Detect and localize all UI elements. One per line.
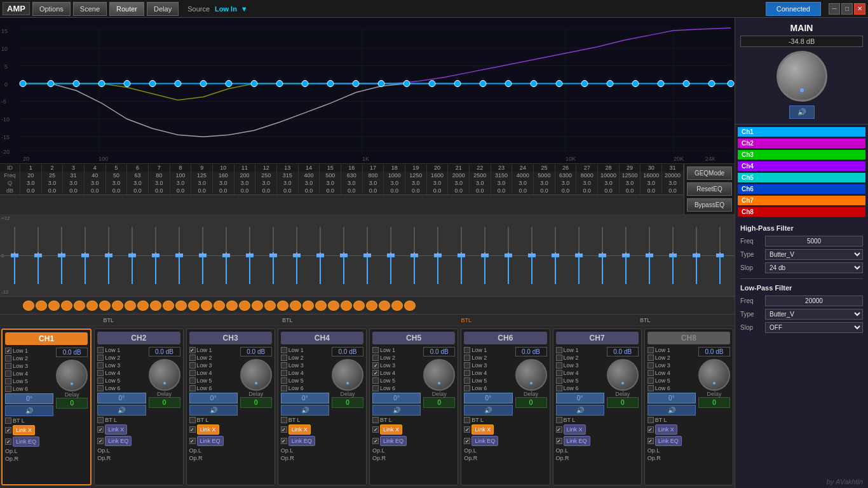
ch-ch6-check-1[interactable] (464, 347, 470, 353)
ch-ch8-check-5[interactable] (648, 377, 654, 384)
ch-ch1-linkx-check[interactable]: ✓ (5, 427, 11, 433)
ch-ch7-btl-check[interactable] (556, 417, 562, 423)
ch-ch2-check-3[interactable] (97, 362, 104, 369)
hpf-slop-select[interactable]: 24 db (765, 262, 863, 273)
ch-ch8-linkeq-btn[interactable]: Link EQ (655, 436, 682, 446)
connected-button[interactable]: Connected (766, 2, 821, 16)
ch-ch4-btl-check[interactable] (281, 417, 287, 423)
router-button[interactable]: Router (109, 2, 144, 16)
slider-thumb-4[interactable] (81, 254, 89, 257)
source-dropdown-icon[interactable]: ▼ (241, 5, 248, 13)
lpf-slop-select[interactable]: OFF (765, 322, 863, 333)
ch-ch1-linkeq-check[interactable]: ✓ (5, 438, 11, 445)
ch-ch8-check-1[interactable] (648, 347, 654, 353)
work-dot-7[interactable] (99, 301, 111, 311)
work-dot-31[interactable] (404, 301, 416, 311)
ch-ch1-btl-check[interactable] (5, 417, 11, 424)
ch-ch4-check-3[interactable] (281, 362, 287, 369)
ch-ch4-linkeq-btn[interactable]: Link EQ (288, 436, 315, 446)
work-dot-19[interactable] (252, 301, 263, 311)
ch-header-ch3[interactable]: CH3 (189, 332, 272, 344)
slider-thumb-27[interactable] (622, 254, 630, 257)
reseteq-button[interactable]: ResetEQ (687, 182, 732, 196)
ch-ch8-check-3[interactable] (648, 362, 654, 369)
ch-ch6-check-3[interactable] (464, 362, 470, 369)
ch-ch6-linkx-check[interactable]: ✓ (464, 426, 470, 433)
main-knob[interactable] (776, 51, 827, 102)
ch-ch5-knob[interactable] (423, 359, 455, 391)
ch-ch7-check-3[interactable] (556, 362, 562, 369)
ch-ch3-check-2[interactable] (189, 355, 196, 361)
ch-ch1-speaker-btn[interactable]: 🔊 (5, 405, 53, 416)
ch-ch7-check-6[interactable] (556, 385, 562, 391)
ch-ch6-linkeq-check[interactable]: ✓ (464, 438, 470, 444)
slider-thumb-12[interactable] (269, 254, 277, 257)
slider-thumb-1[interactable] (11, 254, 18, 257)
ch-ch3-speaker-btn[interactable]: 🔊 (189, 405, 238, 416)
ch-ch6-linkx-btn[interactable]: Link X (471, 424, 494, 435)
hpf-type-select[interactable]: Butter_V (765, 249, 863, 260)
ch-ch3-check-4[interactable] (189, 370, 196, 376)
ch-header-ch1[interactable]: CH1 (5, 332, 88, 345)
ch-ch7-speaker-btn[interactable]: 🔊 (556, 405, 604, 416)
ch-ch7-linkx-btn[interactable]: Link X (564, 424, 586, 435)
slider-thumb-9[interactable] (199, 254, 207, 257)
ch-ch2-linkx-check[interactable]: ✓ (97, 426, 104, 433)
slider-thumb-22[interactable] (505, 254, 512, 257)
ch-ch6-btl-check[interactable] (464, 417, 470, 423)
ch-ch4-linkx-check[interactable]: ✓ (281, 426, 287, 433)
ch-ch2-linkeq-btn[interactable]: Link EQ (105, 436, 132, 446)
ch-ch7-linkx-check[interactable]: ✓ (556, 426, 562, 433)
ch-ch2-linkeq-check[interactable]: ✓ (97, 438, 104, 444)
work-dot-20[interactable] (264, 301, 276, 311)
ch-ch3-check-3[interactable] (189, 362, 196, 369)
work-dot-2[interactable] (36, 301, 47, 311)
minimize-button[interactable]: ─ (829, 3, 840, 15)
ch-ch5-btl-check[interactable] (372, 417, 379, 423)
ch-ch7-linkeq-check[interactable]: ✓ (556, 438, 562, 444)
lpf-freq-input[interactable] (765, 295, 863, 306)
work-dot-14[interactable] (188, 301, 200, 311)
ch-ch8-btl-check[interactable] (648, 417, 654, 423)
slider-thumb-8[interactable] (175, 254, 183, 257)
work-dot-5[interactable] (74, 301, 85, 311)
work-dot-21[interactable] (277, 301, 288, 311)
ch-color-btn-ch8[interactable]: Ch8 (738, 207, 865, 217)
ch-ch1-linkeq-btn[interactable]: Link EQ (13, 437, 39, 447)
work-dot-29[interactable] (379, 301, 390, 311)
ch-ch1-check-1[interactable]: ✓ (5, 348, 11, 354)
ch-ch6-degree-btn[interactable]: 0° (464, 393, 512, 403)
ch-ch5-check-6[interactable] (372, 385, 379, 391)
slider-thumb-25[interactable] (575, 254, 583, 257)
ch-ch3-degree-btn[interactable]: 0° (189, 393, 238, 403)
slider-thumb-16[interactable] (363, 254, 371, 257)
ch-ch4-check-5[interactable] (281, 377, 287, 384)
ch-ch4-degree-btn[interactable]: 0° (281, 393, 329, 403)
slider-thumb-11[interactable] (246, 254, 254, 257)
ch-ch8-speaker-btn[interactable]: 🔊 (648, 405, 696, 416)
ch-ch6-linkeq-btn[interactable]: Link EQ (471, 436, 498, 446)
ch-ch2-degree-btn[interactable]: 0° (97, 393, 146, 403)
work-dot-16[interactable] (214, 301, 225, 311)
work-dot-28[interactable] (366, 301, 377, 311)
ch-header-ch4[interactable]: CH4 (281, 332, 363, 344)
ch-ch1-check-3[interactable] (5, 363, 11, 369)
delay-button[interactable]: Delay (147, 2, 179, 16)
ch-color-btn-ch7[interactable]: Ch7 (738, 196, 865, 205)
ch-ch6-check-2[interactable] (464, 355, 470, 361)
ch-ch4-check-4[interactable] (281, 370, 287, 376)
work-dot-30[interactable] (391, 301, 403, 311)
work-dot-18[interactable] (239, 301, 250, 311)
ch-ch6-knob[interactable] (515, 359, 547, 391)
ch-header-ch2[interactable]: CH2 (97, 332, 180, 344)
slider-thumb-26[interactable] (599, 254, 606, 257)
work-dot-22[interactable] (290, 301, 301, 311)
work-dot-12[interactable] (163, 301, 174, 311)
work-dot-24[interactable] (315, 301, 327, 311)
ch-ch7-check-2[interactable] (556, 355, 562, 361)
ch-ch3-linkeq-check[interactable]: ✓ (189, 438, 196, 444)
ch-header-ch8[interactable]: CH8 (648, 332, 730, 344)
ch-color-btn-ch6[interactable]: Ch6 (738, 184, 865, 194)
ch-ch7-linkeq-btn[interactable]: Link EQ (564, 436, 590, 446)
ch-ch8-check-4[interactable] (648, 370, 654, 376)
